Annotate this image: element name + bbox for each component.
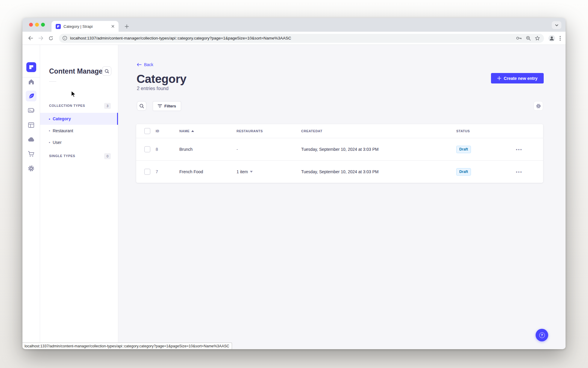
browser-menu-icon[interactable] (560, 36, 561, 41)
bullet-icon: • (49, 140, 50, 145)
row-actions-menu-icon[interactable]: ••• (514, 169, 524, 174)
single-types-label: SINGLE TYPES (49, 154, 75, 158)
status-bar-url: localhost:1337/admin/content-manager/col… (25, 344, 229, 348)
column-header-status[interactable]: STATUS (456, 129, 514, 133)
cell-id: 7 (156, 169, 179, 174)
column-header-createdat[interactable]: CREATEDAT (301, 129, 456, 133)
table-settings-button[interactable] (534, 101, 543, 111)
entries-table: ID NAME RESTAURANTS CREATEDAT STATUS 8 B… (136, 124, 543, 183)
chevron-down-icon (250, 171, 253, 173)
back-label: Back (144, 62, 153, 67)
sort-ascending-icon (191, 130, 194, 132)
help-button[interactable]: ? (536, 329, 548, 341)
password-key-icon[interactable] (516, 36, 522, 40)
entries-count: 2 entries found (137, 86, 169, 91)
create-new-entry-button[interactable]: Create new entry (491, 73, 544, 83)
subnav-search-button[interactable] (102, 66, 111, 76)
cell-id: 8 (156, 147, 179, 152)
content-manager-subnav: Content Manager COLLECTION TYPES 3 • Cat… (40, 45, 118, 349)
profile-avatar-icon[interactable] (548, 35, 555, 42)
subnav-divider (49, 81, 56, 82)
new-tab-button[interactable] (122, 22, 131, 31)
forward-nav-icon[interactable] (36, 34, 45, 43)
sidebar-item-category[interactable]: • Category (40, 113, 118, 125)
row-checkbox[interactable] (144, 169, 150, 175)
subnav-title: Content Manager (49, 67, 105, 75)
sidebar-item-label: Restaurant (53, 128, 73, 133)
cell-restaurants: - (237, 147, 301, 152)
collection-types-count-badge: 3 (104, 103, 111, 109)
column-header-name[interactable]: NAME (179, 129, 237, 133)
cell-name: Brunch (179, 147, 237, 152)
bullet-icon: • (49, 117, 50, 121)
single-types-count-badge: 0 (104, 153, 111, 159)
sidebar-item-label: User (53, 140, 62, 145)
status-bar: localhost:1337/admin/content-manager/col… (22, 343, 232, 349)
table-header-row: ID NAME RESTAURANTS CREATEDAT STATUS (136, 124, 543, 138)
back-arrow-icon (137, 63, 142, 66)
status-badge: Draft (456, 168, 471, 176)
row-checkbox[interactable] (144, 146, 150, 152)
tab-close-icon[interactable] (110, 24, 116, 29)
status-badge: Draft (456, 146, 471, 153)
create-new-entry-label: Create new entry (504, 76, 538, 81)
column-header-name-label: NAME (179, 129, 190, 133)
settings-gear-icon[interactable] (26, 163, 37, 174)
content-type-builder-icon[interactable] (26, 120, 37, 130)
sidebar-item-user[interactable]: • User (40, 136, 118, 148)
strapi-favicon (56, 24, 61, 29)
select-all-checkbox[interactable] (144, 128, 150, 134)
zoom-icon[interactable] (526, 36, 531, 41)
url-text: localhost:1337/admin/content-manager/col… (70, 36, 513, 40)
table-search-button[interactable] (137, 101, 146, 111)
page-title: Category (137, 72, 187, 86)
column-header-id[interactable]: ID (156, 129, 179, 133)
minimize-window-button[interactable] (35, 23, 39, 27)
reload-icon[interactable] (46, 34, 55, 43)
maximize-window-button[interactable] (41, 23, 45, 27)
strapi-logo[interactable] (26, 62, 36, 72)
content-manager-icon[interactable] (26, 91, 37, 101)
home-icon[interactable] (26, 76, 37, 87)
filters-label: Filters (164, 104, 176, 108)
filters-button[interactable]: Filters (153, 101, 181, 111)
main-nav-rail: KD (22, 45, 40, 349)
question-mark-icon: ? (539, 332, 545, 338)
cell-createdat: Tuesday, September 10, 2024 at 3:03 PM (301, 169, 456, 174)
close-window-button[interactable] (29, 23, 33, 27)
row-actions-menu-icon[interactable]: ••• (514, 147, 524, 152)
cell-restaurants: 1 item (237, 169, 248, 174)
browser-window: Category | Strapi localhost:1337/admin/c… (22, 18, 566, 349)
url-bar[interactable]: localhost:1337/admin/content-manager/col… (59, 34, 544, 43)
back-link[interactable]: Back (137, 62, 153, 67)
browser-toolbar: localhost:1337/admin/content-manager/col… (22, 32, 566, 45)
bullet-icon: • (49, 129, 50, 133)
plus-icon (497, 76, 501, 80)
cell-createdat: Tuesday, September 10, 2024 at 3:03 PM (301, 147, 456, 152)
back-nav-icon[interactable] (26, 34, 35, 43)
sidebar-item-restaurant[interactable]: • Restaurant (40, 125, 118, 137)
main-content: Back Category 2 entries found Create new… (118, 45, 566, 349)
strapi-admin: KD Content Manager COLLECTION TYPES 3 • … (22, 45, 566, 349)
browser-tab[interactable]: Category | Strapi (51, 21, 119, 32)
relation-count-dropdown[interactable]: 1 item (237, 169, 301, 174)
filter-icon (158, 104, 162, 108)
tab-title: Category | Strapi (63, 24, 107, 29)
bookmark-star-icon[interactable] (535, 36, 540, 41)
sidebar-item-label: Category (53, 116, 71, 121)
tab-strip: Category | Strapi (22, 18, 566, 32)
table-row[interactable]: 7 French Food 1 item Tuesday, September … (136, 160, 543, 183)
media-library-icon[interactable] (26, 105, 37, 116)
cloud-icon[interactable] (26, 134, 37, 145)
marketplace-cart-icon[interactable] (26, 149, 37, 159)
cell-name: French Food (179, 169, 237, 174)
tab-search-chevron-icon[interactable] (552, 21, 561, 29)
table-row[interactable]: 8 Brunch - Tuesday, September 10, 2024 a… (136, 138, 543, 160)
collection-types-label: COLLECTION TYPES (49, 104, 85, 107)
column-header-restaurants[interactable]: RESTAURANTS (237, 129, 301, 133)
